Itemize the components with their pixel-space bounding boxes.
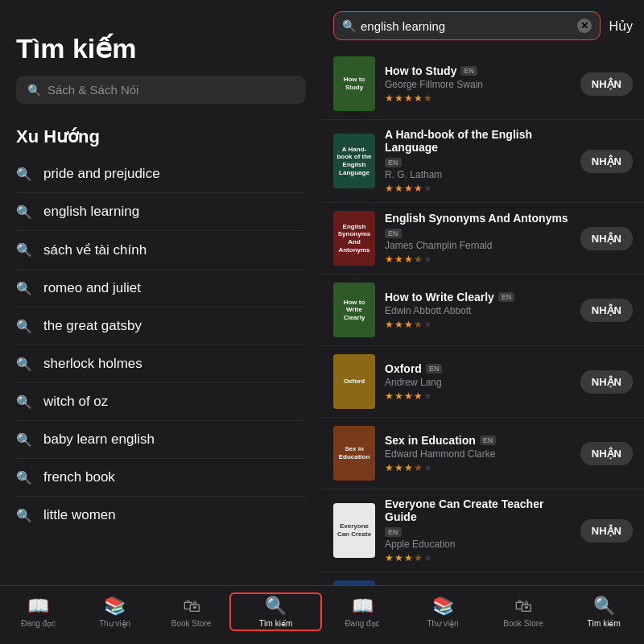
lang-badge: EN <box>460 66 477 76</box>
star-full: ★ <box>404 183 413 194</box>
nhan-button[interactable]: NHẬN <box>580 370 633 394</box>
trend-label: sherlock holmes <box>43 356 142 372</box>
trending-item[interactable]: 🔍 sách về tài chính <box>16 231 306 270</box>
trend-label: english learning <box>43 204 139 220</box>
result-item[interactable]: A Hand-book of the English Language A Ha… <box>322 120 644 203</box>
book-cover: English Synonyms And Antonyms <box>333 211 375 266</box>
trend-label: baby learn english <box>43 431 155 448</box>
book-title-row: Sex in Education EN <box>385 434 571 447</box>
star-full: ★ <box>404 93 413 104</box>
search-icon-trend: 🔍 <box>16 470 32 485</box>
search-icon-trend: 🔍 <box>16 167 32 182</box>
trend-label: little women <box>43 507 116 523</box>
search-input-container[interactable]: 🔍 ✕ <box>333 11 601 40</box>
nhan-button[interactable]: NHẬN <box>580 150 633 173</box>
right-bottom-nav: 📖 Đang đọc 📚 Thư viện 🛍 Book Store 🔍 Tìm… <box>322 585 644 644</box>
book-info: A Hand-book of the English Language EN R… <box>385 128 571 194</box>
star-full: ★ <box>414 390 423 402</box>
star-full: ★ <box>394 552 403 564</box>
trending-list: 🔍 pride and prejudice 🔍 english learning… <box>16 155 306 534</box>
star-full: ★ <box>414 93 423 104</box>
nhan-button[interactable]: NHẬN <box>580 227 633 250</box>
trend-label: sách về tài chính <box>43 242 147 258</box>
right-nav-icon: 🔍 <box>593 596 615 617</box>
right-nav-item-đang-đọc[interactable]: 📖 Đang đọc <box>322 592 402 631</box>
trending-item[interactable]: 🔍 witch of oz <box>16 383 306 421</box>
book-info: English Synonyms And Antonyms EN James C… <box>385 212 571 265</box>
star-full: ★ <box>394 254 403 265</box>
left-panel: Tìm kiếm 🔍 Sách & Sách Nói Xu Hướng 🔍 pr… <box>0 0 322 644</box>
result-item[interactable]: Essays Essays EN Alice Christiana Thomps… <box>322 572 644 585</box>
book-title: Sex in Education <box>385 434 476 447</box>
results-list: How to Study How to Study EN George Fill… <box>322 48 644 585</box>
left-bottom-nav: 📖 Đang đọc 📚 Thư viện 🛍 Book Store 🔍 Tìm… <box>0 585 322 644</box>
trending-item[interactable]: 🔍 english learning <box>16 193 306 231</box>
nav-label: Book Store <box>171 619 211 628</box>
trend-label: the great gatsby <box>43 318 142 334</box>
book-info: Oxford EN Andrew Lang ★★★★★ <box>385 362 571 402</box>
trending-item[interactable]: 🔍 romeo and juliet <box>16 270 306 308</box>
result-item[interactable]: How to Study How to Study EN George Fill… <box>322 48 644 120</box>
star-full: ★ <box>404 552 413 564</box>
result-item[interactable]: How to Write Clearly How to Write Clearl… <box>322 275 644 346</box>
search-icon-trend: 🔍 <box>16 204 32 220</box>
book-title: Everyone Can Create Teacher Guide <box>385 497 571 523</box>
search-icon-trend: 🔍 <box>16 319 32 334</box>
star-full: ★ <box>385 183 394 194</box>
trending-section: Xu Hướng 🔍 pride and prejudice 🔍 english… <box>0 112 322 585</box>
trending-item[interactable]: 🔍 french book <box>16 459 306 497</box>
lang-badge: EN <box>385 527 402 537</box>
nav-item-đang-đọc[interactable]: 📖 Đang đọc <box>0 592 76 631</box>
book-author: James Champlin Fernald <box>385 240 571 251</box>
search-icon-trend: 🔍 <box>16 508 32 523</box>
book-stars: ★★★★★ <box>385 390 571 402</box>
book-info: Everyone Can Create Teacher Guide EN App… <box>385 497 571 564</box>
result-item[interactable]: Everyone Can Create Everyone Can Create … <box>322 489 644 572</box>
right-nav-label: Đang đọc <box>345 619 379 628</box>
search-input[interactable] <box>361 19 572 33</box>
right-nav-item-thư-viện[interactable]: 📚 Thư viện <box>402 592 483 631</box>
nhan-button[interactable]: NHẬN <box>580 519 633 543</box>
result-item[interactable]: English Synonyms And Antonyms English Sy… <box>322 203 644 275</box>
star-full: ★ <box>394 319 403 330</box>
nav-icon: 📚 <box>104 596 126 617</box>
trending-item[interactable]: 🔍 little women <box>16 497 306 534</box>
result-item[interactable]: Sex in Education Sex in Education EN Edw… <box>322 418 644 489</box>
nav-item-tìm-kiếm[interactable]: 🔍 Tìm kiếm <box>229 592 322 631</box>
search-icon-small: 🔍 <box>27 84 41 97</box>
trending-item[interactable]: 🔍 the great gatsby <box>16 308 306 345</box>
right-nav-item-book-store[interactable]: 🛍 Book Store <box>483 592 564 631</box>
nav-label: Tìm kiếm <box>259 619 293 628</box>
trend-label: romeo and juliet <box>43 280 141 296</box>
nav-item-book-store[interactable]: 🛍 Book Store <box>153 592 229 631</box>
star-full: ★ <box>385 552 394 564</box>
star-full: ★ <box>394 462 403 473</box>
nav-icon: 🛍 <box>183 596 200 617</box>
cancel-button[interactable]: Hủy <box>609 19 633 34</box>
trend-label: french book <box>43 469 115 485</box>
nav-item-thư-viện[interactable]: 📚 Thư viện <box>76 592 153 631</box>
book-info: Sex in Education EN Edward Hammond Clark… <box>385 434 571 473</box>
result-item[interactable]: Oxford Oxford EN Andrew Lang ★★★★★ NHẬN <box>322 346 644 418</box>
nhan-button[interactable]: NHẬN <box>580 72 633 96</box>
book-title: How to Study <box>385 64 456 77</box>
book-title-row: Oxford EN <box>385 362 571 375</box>
book-stars: ★★★★★ <box>385 93 571 104</box>
star-full: ★ <box>404 462 413 473</box>
trending-item[interactable]: 🔍 baby learn english <box>16 421 306 459</box>
search-icon-trend: 🔍 <box>16 242 32 258</box>
right-header: 🔍 ✕ Hủy <box>322 0 644 48</box>
clear-button[interactable]: ✕ <box>577 19 592 33</box>
book-author: Edwin Abbott Abbott <box>385 305 571 316</box>
nhan-button[interactable]: NHẬN <box>580 299 633 322</box>
right-nav-label: Book Store <box>503 619 543 628</box>
right-nav-item-tìm-kiếm[interactable]: 🔍 Tìm kiếm <box>564 592 644 631</box>
star-half: ★ <box>414 552 423 564</box>
search-bar-static[interactable]: 🔍 Sách & Sách Nói <box>16 76 306 104</box>
trending-item[interactable]: 🔍 sherlock holmes <box>16 345 306 383</box>
book-cover: How to Write Clearly <box>333 283 375 337</box>
nhan-button[interactable]: NHẬN <box>580 442 633 465</box>
trending-item[interactable]: 🔍 pride and prejudice <box>16 155 306 193</box>
search-icon-trend: 🔍 <box>16 357 32 372</box>
book-cover: Sex in Education <box>333 426 375 481</box>
